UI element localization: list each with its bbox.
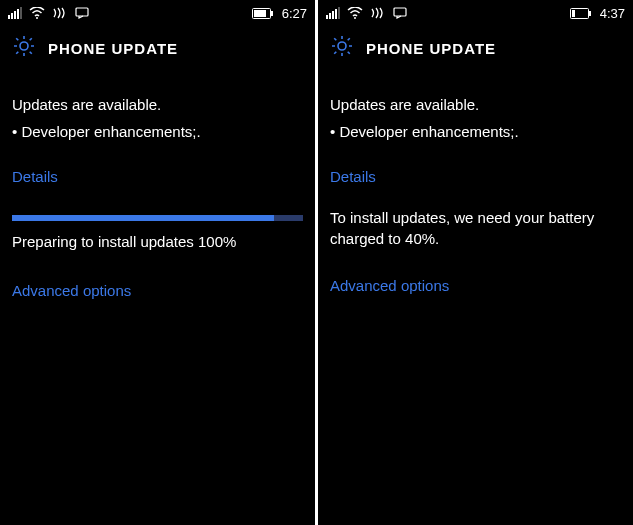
notification-icon xyxy=(75,7,89,19)
svg-rect-3 xyxy=(17,9,19,19)
signal-icon xyxy=(8,7,22,19)
progress-fill xyxy=(12,215,274,221)
battery-icon xyxy=(570,8,592,19)
status-icons-left xyxy=(8,7,89,19)
svg-rect-4 xyxy=(20,7,22,19)
svg-point-16 xyxy=(354,17,356,19)
svg-point-21 xyxy=(338,42,346,50)
battery-warning-text: To install updates, we need your battery… xyxy=(330,207,621,249)
svg-rect-20 xyxy=(572,10,575,17)
status-icons-left xyxy=(326,7,407,19)
update-item: • Developer enhancements;. xyxy=(12,121,303,142)
gear-icon xyxy=(12,34,36,62)
svg-rect-11 xyxy=(326,15,328,19)
gear-icon xyxy=(330,34,354,62)
page-title: PHONE UPDATE xyxy=(48,40,178,57)
signal-icon xyxy=(326,7,340,19)
svg-rect-9 xyxy=(254,10,266,17)
svg-rect-19 xyxy=(589,11,591,16)
updates-available-text: Updates are available. xyxy=(12,94,303,115)
svg-point-5 xyxy=(36,17,38,19)
svg-rect-2 xyxy=(14,11,16,19)
svg-rect-15 xyxy=(338,7,340,19)
svg-point-10 xyxy=(20,42,28,50)
updates-available-text: Updates are available. xyxy=(330,94,621,115)
details-link[interactable]: Details xyxy=(12,166,58,187)
clock-time: 4:37 xyxy=(600,6,625,21)
page-title: PHONE UPDATE xyxy=(366,40,496,57)
svg-rect-17 xyxy=(394,8,406,16)
progress-bar xyxy=(12,215,303,221)
battery-icon xyxy=(252,8,274,19)
status-bar: 4:37 xyxy=(318,0,633,24)
svg-rect-8 xyxy=(271,11,273,16)
svg-rect-14 xyxy=(335,9,337,19)
svg-rect-1 xyxy=(11,13,13,19)
update-item: • Developer enhancements;. xyxy=(330,121,621,142)
phone-screen-left: 6:27 PHONE UPDATE Updates are available.… xyxy=(0,0,315,525)
svg-rect-6 xyxy=(76,8,88,16)
status-icons-right: 6:27 xyxy=(252,6,307,21)
notification-icon xyxy=(393,7,407,19)
svg-rect-12 xyxy=(329,13,331,19)
phone-screen-right: 4:37 PHONE UPDATE Updates are available.… xyxy=(318,0,633,525)
content-area: Updates are available. • Developer enhan… xyxy=(318,76,633,302)
page-header: PHONE UPDATE xyxy=(0,24,315,76)
advanced-options-link[interactable]: Advanced options xyxy=(330,275,449,296)
wifi-icon xyxy=(347,7,363,19)
advanced-options-link[interactable]: Advanced options xyxy=(12,280,131,301)
content-area: Updates are available. • Developer enhan… xyxy=(0,76,315,307)
svg-rect-13 xyxy=(332,11,334,19)
install-status-text: Preparing to install updates 100% xyxy=(12,231,303,252)
page-header: PHONE UPDATE xyxy=(318,24,633,76)
clock-time: 6:27 xyxy=(282,6,307,21)
vibrate-icon xyxy=(52,7,68,19)
status-bar: 6:27 xyxy=(0,0,315,24)
vibrate-icon xyxy=(370,7,386,19)
wifi-icon xyxy=(29,7,45,19)
details-link[interactable]: Details xyxy=(330,166,376,187)
svg-rect-0 xyxy=(8,15,10,19)
status-icons-right: 4:37 xyxy=(570,6,625,21)
